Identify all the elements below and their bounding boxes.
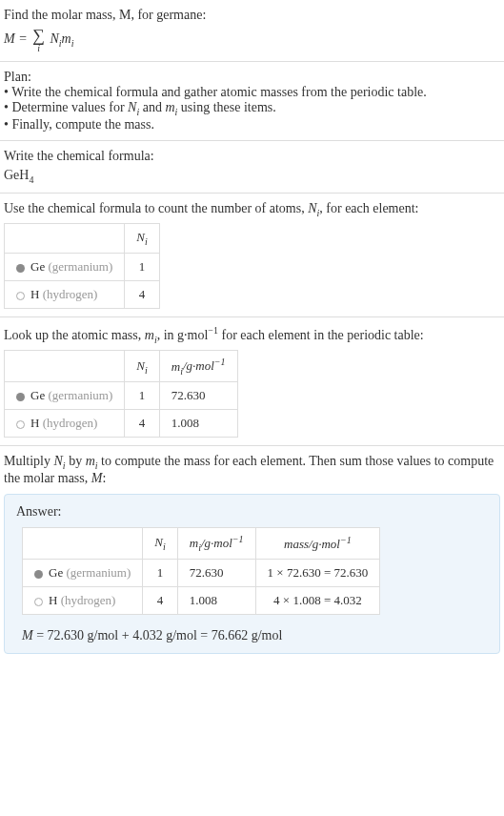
table-row: H (hydrogen) 4 xyxy=(5,280,160,308)
h-mi: m xyxy=(171,359,180,374)
count-line: Use the chemical formula to count the nu… xyxy=(4,201,500,218)
m-cell: 72.630 xyxy=(159,382,237,410)
intro-text: Find the molar mass, M, for germane: xyxy=(4,8,206,22)
intro-formula: M = ∑i Nimi xyxy=(4,27,500,53)
element-dot-icon xyxy=(16,264,25,273)
table-header-row: Ni mi/g·mol−1 mass/g·mol−1 xyxy=(23,528,380,560)
table-row: Ge (germanium) 1 72.630 1 × 72.630 = 72.… xyxy=(23,560,380,587)
chem-formula: GeH4 xyxy=(4,168,500,185)
m-cell: 1.008 xyxy=(177,587,255,615)
mass-line: Look up the atomic mass, mi, in g·mol−1 … xyxy=(4,325,500,344)
el-sym: Ge xyxy=(30,388,45,402)
plan-bullet-1: • Write the chemical formula and gather … xyxy=(4,85,500,100)
a-mass: mass/g·mol xyxy=(284,537,340,551)
empty-header xyxy=(5,351,125,382)
element-cell: H (hydrogen) xyxy=(23,587,143,615)
c-ni: N xyxy=(54,454,63,468)
mass-section: Look up the atomic mass, mi, in g·mol−1 … xyxy=(0,317,504,446)
mass-line-a: Look up the atomic mass, xyxy=(4,328,145,342)
element-cell: Ge (germanium) xyxy=(23,560,143,587)
c-mvar: M xyxy=(91,471,103,485)
answer-table: Ni mi/g·mol−1 mass/g·mol−1 Ge (germanium… xyxy=(22,527,380,615)
formula-lhs: M = xyxy=(4,31,30,46)
compute-line: Multiply Ni by mi to compute the mass fo… xyxy=(4,454,500,486)
table-row: H (hydrogen) 4 1.008 xyxy=(5,410,238,438)
el-sym: H xyxy=(49,593,57,607)
intro-section: Find the molar mass, M, for germane: M =… xyxy=(0,0,504,62)
count-section: Use the chemical formula to count the nu… xyxy=(0,194,504,317)
c-d: : xyxy=(102,471,106,485)
a-ni-sub: i xyxy=(163,541,166,552)
el-name: (germanium) xyxy=(66,565,131,580)
count-table: Ni Ge (germanium) 1 H (hydrogen) 4 xyxy=(4,223,160,309)
count-line-a: Use the chemical formula to count the nu… xyxy=(4,201,308,215)
formula-m-sub: i xyxy=(71,38,74,49)
result-var: M xyxy=(22,628,33,643)
a-ni: N xyxy=(154,535,163,549)
a-unit-exp: −1 xyxy=(232,534,244,544)
a-mass-exp: −1 xyxy=(340,535,352,545)
plan-section: Plan: • Write the chemical formula and g… xyxy=(0,62,504,141)
h-ni-sub: i xyxy=(145,364,148,375)
plan-b2-a: • Determine values for xyxy=(4,100,128,114)
element-cell: H (hydrogen) xyxy=(5,280,125,308)
result-val: = 72.630 g/mol + 4.032 g/mol = 76.662 g/… xyxy=(33,628,283,643)
mass-mi: m xyxy=(145,328,154,342)
c-b: by xyxy=(66,454,86,468)
ni-header: Ni xyxy=(125,351,159,382)
n-cell: 4 xyxy=(125,280,159,308)
count-line-b: , for each element: xyxy=(319,201,418,215)
formula-m: m xyxy=(62,31,71,46)
a-unit: /g·mol xyxy=(201,536,232,550)
h-ni: N xyxy=(136,358,145,373)
ni-header: Ni xyxy=(143,528,177,560)
answer-label: Answer: xyxy=(16,504,488,520)
mass-line-b: , in g·mol xyxy=(157,328,209,342)
m-cell: 72.630 xyxy=(177,560,255,587)
a-mi: m xyxy=(190,536,198,550)
mass-header: mass/g·mol−1 xyxy=(255,528,380,560)
h-ni-sub: i xyxy=(145,236,148,247)
el-name: (germanium) xyxy=(48,259,112,274)
formula-n: N xyxy=(47,31,59,46)
element-cell: Ge (germanium) xyxy=(5,253,125,280)
el-sym: Ge xyxy=(49,565,63,580)
ni-header: Ni xyxy=(125,224,159,254)
plan-bullet-3: • Finally, compute the mass. xyxy=(4,117,500,133)
mass-line-c: for each element in the periodic table: xyxy=(218,328,424,342)
element-dot-icon xyxy=(16,393,25,401)
empty-header xyxy=(23,528,143,560)
chem-main: GeH xyxy=(4,168,29,182)
table-row: Ge (germanium) 1 xyxy=(5,253,160,280)
answer-box: Answer: Ni mi/g·mol−1 mass/g·mol−1 Ge (g… xyxy=(4,494,500,654)
chem-sub: 4 xyxy=(29,174,33,185)
plan-b2-b: and xyxy=(139,100,165,114)
h-unit: /g·mol xyxy=(183,359,214,374)
m-cell: 1.008 xyxy=(159,410,237,438)
table-row: Ge (germanium) 1 72.630 xyxy=(5,382,238,410)
element-cell: Ge (germanium) xyxy=(5,382,125,410)
calc-cell: 4 × 1.008 = 4.032 xyxy=(255,587,380,615)
element-dot-icon xyxy=(16,292,25,300)
chem-line: Write the chemical formula: xyxy=(4,149,500,164)
n-cell: 1 xyxy=(125,253,159,280)
calc-cell: 1 × 72.630 = 72.630 xyxy=(255,560,380,587)
chem-formula-section: Write the chemical formula: GeH4 xyxy=(0,141,504,194)
h-ni: N xyxy=(136,230,145,244)
plan-bullet-2: • Determine values for Ni and mi using t… xyxy=(4,100,500,117)
table-row: H (hydrogen) 4 1.008 4 × 1.008 = 4.032 xyxy=(23,587,380,615)
n-cell: 1 xyxy=(143,560,177,587)
element-dot-icon xyxy=(34,598,43,606)
el-sym: H xyxy=(30,416,39,430)
element-cell: H (hydrogen) xyxy=(5,410,125,438)
plan-heading: Plan: xyxy=(4,70,500,85)
element-dot-icon xyxy=(16,420,25,429)
mass-exp: −1 xyxy=(208,325,218,336)
plan-b2-c: using these items. xyxy=(177,100,275,114)
n-cell: 4 xyxy=(125,410,159,438)
mi-header: mi/g·mol−1 xyxy=(159,351,237,382)
table-header-row: Ni xyxy=(5,224,160,254)
el-name: (germanium) xyxy=(48,388,112,402)
el-sym: H xyxy=(30,287,39,301)
sigma-icon: ∑i xyxy=(32,27,45,53)
